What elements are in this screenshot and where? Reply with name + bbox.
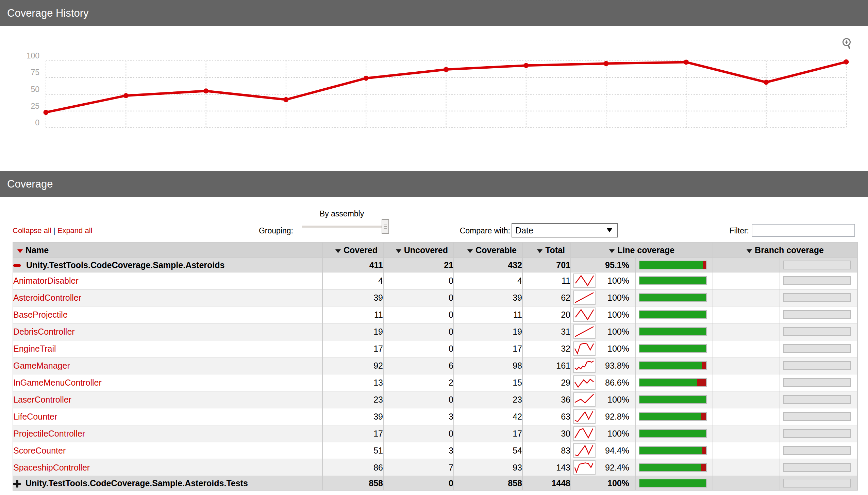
column-header-name[interactable]: Name — [13, 242, 323, 258]
total-cell: 62 — [522, 289, 571, 306]
column-header-branch-coverage[interactable]: Branch coverage — [713, 242, 857, 258]
total-cell: 143 — [522, 459, 571, 476]
class-name-link[interactable]: AsteroidController — [13, 293, 81, 302]
chart-data-point — [203, 88, 209, 93]
branch-coverage-bar-cell — [780, 289, 857, 306]
column-header-uncovered[interactable]: Uncovered — [383, 242, 454, 258]
column-header-line-coverage[interactable]: Line coverage — [571, 242, 713, 258]
line-coverage-percent: 100% — [607, 327, 629, 337]
column-header-covered[interactable]: Covered — [323, 242, 383, 258]
collapse-all-link[interactable]: Collapse all — [13, 226, 51, 235]
coverable-cell: 17 — [454, 425, 522, 442]
line-coverage-bar-cell — [636, 374, 713, 391]
class-name-link[interactable]: ScoreCounter — [13, 446, 66, 455]
line-coverage-percent: 94.4% — [605, 446, 629, 456]
chart-data-point — [523, 63, 528, 68]
branch-coverage-percent-cell — [713, 442, 780, 459]
line-coverage-bar — [639, 276, 707, 285]
branch-coverage-bar-cell — [780, 408, 857, 425]
branch-coverage-bar — [783, 429, 851, 438]
collapse-minus-icon[interactable] — [13, 264, 21, 267]
line-coverage-bar-cell — [636, 408, 713, 425]
expand-plus-icon[interactable] — [13, 480, 21, 488]
expand-all-link[interactable]: Expand all — [58, 226, 93, 235]
uncovered-cell: 6 — [383, 357, 454, 374]
sort-arrow-icon — [335, 249, 341, 253]
line-coverage-bar-cell — [636, 323, 713, 340]
class-name-link[interactable]: DebrisController — [13, 327, 75, 336]
line-coverage-bar — [639, 310, 707, 319]
uncovered-cell: 0 — [383, 476, 454, 490]
class-name-link[interactable]: GameManager — [13, 361, 70, 370]
history-section-header: Coverage History — [0, 0, 868, 26]
sort-arrow-icon — [467, 249, 473, 253]
grouping-slider-handle[interactable] — [382, 219, 389, 234]
chart-data-point — [684, 59, 689, 65]
collapse-expand-links: Collapse all | Expand all — [13, 226, 92, 235]
total-cell: 32 — [522, 340, 571, 357]
line-coverage-percent: 100% — [607, 344, 629, 354]
line-coverage-bar — [639, 395, 707, 404]
branch-coverage-bar-cell — [780, 306, 857, 323]
class-name-link[interactable]: LaserController — [13, 395, 71, 404]
branch-coverage-bar — [783, 260, 851, 269]
column-header-total[interactable]: Total — [522, 242, 571, 258]
covered-cell: 4 — [323, 272, 383, 289]
class-name-link[interactable]: ProjectileController — [13, 429, 85, 438]
covered-cell: 11 — [323, 306, 383, 323]
class-name-link[interactable]: InGameMenuController — [13, 378, 102, 387]
coverable-cell: 23 — [454, 391, 522, 408]
y-axis-tick-label: 100 — [7, 51, 39, 61]
name-cell: Unity.TestTools.CodeCoverage.Sample.Aste… — [13, 258, 323, 272]
class-row: EngineTrail1701732100% — [13, 340, 857, 357]
covered-cell: 13 — [323, 374, 383, 391]
branch-coverage-bar — [783, 344, 851, 353]
y-axis-tick-label: 0 — [7, 118, 39, 127]
branch-coverage-bar-cell — [780, 272, 857, 289]
covered-cell: 411 — [323, 258, 383, 272]
branch-coverage-bar — [783, 310, 851, 319]
filter-input[interactable] — [752, 224, 855, 237]
zoom-in-icon[interactable] — [841, 37, 854, 52]
class-row: DebrisController1901931100% — [13, 323, 857, 340]
class-row: AsteroidController3903962100% — [13, 289, 857, 306]
coverage-trend-sparkline — [573, 443, 595, 458]
name-cell: AnimatorDisabler — [13, 272, 323, 289]
class-name-link[interactable]: BaseProjectile — [13, 310, 68, 319]
class-name-link[interactable]: LifeCounter — [13, 412, 57, 421]
name-cell: ProjectileController — [13, 425, 323, 442]
branch-coverage-bar-cell — [780, 374, 857, 391]
class-name-link[interactable]: AnimatorDisabler — [13, 276, 79, 285]
compare-with-select[interactable]: Date — [511, 223, 618, 238]
line-coverage-bar-cell — [636, 357, 713, 374]
branch-coverage-bar-cell — [780, 391, 857, 408]
chart-data-point — [283, 97, 289, 102]
name-cell: GameManager — [13, 357, 323, 374]
column-header-coverable[interactable]: Coverable — [454, 242, 522, 258]
uncovered-cell: 7 — [383, 459, 454, 476]
column-header-label: Coverable — [475, 245, 517, 255]
coverage-trend-sparkline — [573, 460, 595, 475]
total-cell: 20 — [522, 306, 571, 323]
class-row: BaseProjectile1101120100% — [13, 306, 857, 323]
class-row: ScoreCounter513548394.4% — [13, 442, 857, 459]
line-coverage-percent: 86.6% — [605, 378, 629, 388]
covered-cell: 23 — [323, 391, 383, 408]
line-coverage-percent-cell: 100% — [571, 476, 636, 490]
class-name-link[interactable]: EngineTrail — [13, 344, 56, 353]
line-coverage-bar-cell — [636, 442, 713, 459]
line-coverage-bar-cell — [636, 289, 713, 306]
line-coverage-bar — [639, 260, 707, 269]
branch-coverage-bar — [783, 327, 851, 336]
branch-coverage-bar — [783, 412, 851, 421]
grouping-slider-track[interactable] — [302, 226, 382, 228]
branch-coverage-bar — [783, 361, 851, 370]
column-header-label: Branch coverage — [755, 245, 824, 255]
coverage-trend-sparkline — [573, 341, 595, 356]
line-coverage-percent-cell: 100% — [571, 272, 636, 289]
line-coverage-bar — [639, 412, 707, 421]
branch-coverage-percent-cell — [713, 476, 780, 490]
class-name-link[interactable]: SpaceshipController — [13, 463, 90, 472]
branch-coverage-percent-cell — [713, 425, 780, 442]
y-axis-tick-label: 25 — [7, 102, 39, 111]
